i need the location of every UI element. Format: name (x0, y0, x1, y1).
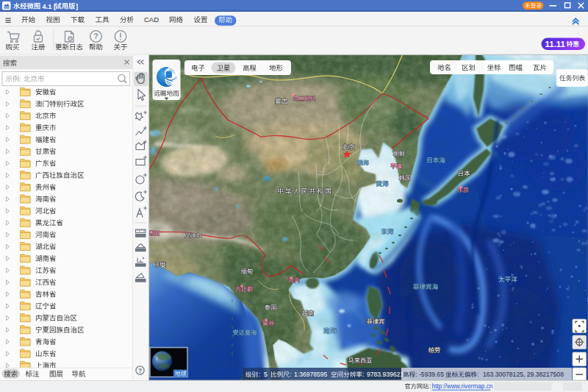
svg-text:]: ] (76, 3, 78, 10)
svg-text::: : (290, 371, 291, 378)
svg-text::: : (477, 371, 478, 378)
svg-text:11.11: 11.11 (545, 40, 566, 49)
svg-text::: : (416, 371, 417, 378)
svg-text::: : (20, 75, 22, 83)
svg-text:5: 5 (264, 371, 268, 378)
svg-text:CAD: CAD (144, 15, 159, 24)
svg-text::: : (362, 371, 364, 378)
svg-text:http://www.rivermap.cn: http://www.rivermap.cn (432, 383, 493, 390)
svg-text:1:36978595: 1:36978595 (294, 371, 328, 378)
svg-text:4.1 [: 4.1 [ (43, 3, 57, 10)
svg-text:163.30078125, 29.38217508: 163.30078125, 29.38217508 (483, 371, 564, 378)
svg-text:?: ? (93, 32, 98, 40)
svg-text:-5939.65: -5939.65 (419, 371, 444, 378)
svg-text:?: ? (138, 367, 142, 374)
svg-text::: : (429, 383, 431, 390)
svg-text::: : (259, 371, 260, 378)
svg-text:9783.939621: 9783.939621 (367, 371, 404, 378)
